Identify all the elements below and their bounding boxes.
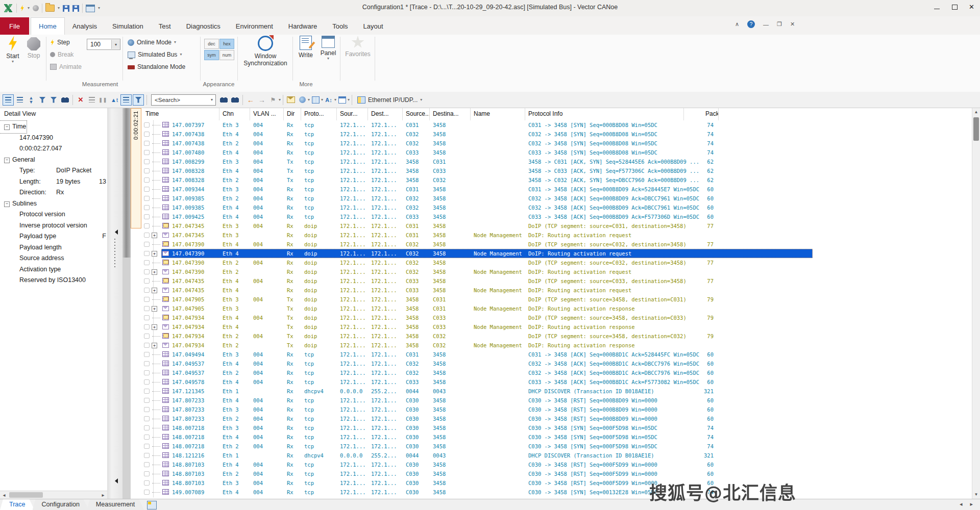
- freeze-icon[interactable]: [87, 95, 97, 105]
- export-icon[interactable]: [286, 95, 296, 105]
- trace-row[interactable]: 147.009385Eth 4004Rxtcp172.1...172.1...C…: [141, 203, 972, 212]
- trace-row[interactable]: 148.807103Eth 4004Rxtcp172.1...172.1...C…: [141, 460, 972, 469]
- status-tab-measurement[interactable]: Measurement: [87, 499, 144, 510]
- trace-row[interactable]: 147.049537Eth 4004Rxtcp172.1...172.1...C…: [141, 359, 972, 368]
- window-export-icon[interactable]: [86, 5, 95, 12]
- trace-row[interactable]: 148.121216Eth 1Rxdhcpv40.0.0.0255.2...00…: [141, 451, 972, 460]
- trace-row[interactable]: +147.047905Eth 3Txdoip172.1...172.1...34…: [141, 304, 972, 313]
- tab-test[interactable]: Test: [151, 17, 179, 35]
- chevron-down-icon[interactable]: ▾: [28, 6, 30, 10]
- scrollbar-thumb[interactable]: [9, 492, 43, 498]
- column-header-source-port[interactable]: Source...: [403, 108, 430, 120]
- save-icon[interactable]: [63, 5, 69, 12]
- trace-row[interactable]: 148.007218Eth 2004Rxtcp172.1...172.1...C…: [141, 442, 972, 451]
- expand-icon[interactable]: +: [152, 288, 157, 293]
- close-icon[interactable]: ✕: [969, 4, 975, 10]
- chevron-down-icon[interactable]: ▾: [321, 98, 323, 102]
- tab-file[interactable]: File: [0, 17, 29, 35]
- window-synchronization-button[interactable]: Window Synchronization: [240, 36, 291, 67]
- tab-layout[interactable]: Layout: [356, 17, 391, 35]
- trace-row[interactable]: +147.047390Eth 2Rxdoip172.1...172.1...C0…: [141, 267, 972, 276]
- collapse-node-icon[interactable]: −: [4, 158, 10, 163]
- next-marker-icon[interactable]: →: [257, 95, 267, 105]
- trace-row[interactable]: 147.009385Eth 2004Rxtcp172.1...172.1...C…: [141, 194, 972, 203]
- trace-row[interactable]: +147.047934Eth 2Txdoip172.1...172.1...34…: [141, 341, 972, 350]
- trace-overview-bar[interactable]: [122, 108, 131, 499]
- collapse-panel-icon[interactable]: [112, 478, 118, 483]
- desktop-icon[interactable]: [147, 501, 157, 509]
- clear-trace-icon[interactable]: ✕: [76, 95, 86, 105]
- quick-start-icon[interactable]: [20, 5, 24, 11]
- trace-row[interactable]: 147.047390Eth 4004Rxdoip172.1...172.1...…: [141, 240, 972, 249]
- autoscroll-icon[interactable]: [120, 94, 132, 106]
- trace-continuous-mode-icon[interactable]: [15, 95, 25, 105]
- tab-hardware[interactable]: Hardware: [281, 17, 325, 35]
- trace-row[interactable]: 147.807233Eth 2004Rxtcp172.1...172.1...C…: [141, 414, 972, 423]
- expand-icon[interactable]: +: [152, 306, 157, 312]
- overview-thumb[interactable]: [122, 108, 131, 258]
- trace-row[interactable]: 147.007438Eth 2004Rxtcp172.1...172.1...C…: [141, 139, 972, 148]
- sym-button[interactable]: sym: [204, 50, 219, 60]
- hex-button[interactable]: hex: [219, 39, 234, 49]
- collapse-ribbon-icon[interactable]: ∧: [735, 21, 739, 28]
- expand-icon[interactable]: +: [152, 269, 157, 275]
- column-header-protocol-info[interactable]: Protocol Info: [525, 108, 684, 120]
- chevron-down-icon[interactable]: ▾: [334, 98, 336, 102]
- tab-tools[interactable]: Tools: [325, 17, 355, 35]
- trace-fixed-mode-icon[interactable]: [3, 94, 14, 106]
- num-button[interactable]: num: [219, 50, 234, 60]
- find-icon[interactable]: [60, 95, 70, 105]
- expand-icon[interactable]: +: [152, 233, 157, 238]
- scroll-up-icon[interactable]: ▲: [972, 108, 980, 116]
- trace-row[interactable]: 147.047905Eth 3004Txdoip172.1...172.1...…: [141, 295, 972, 304]
- trace-row[interactable]: 147.049494Eth 3004Rxtcp172.1...172.1...C…: [141, 350, 972, 359]
- expand-rows-icon[interactable]: ▲▼: [26, 95, 36, 105]
- status-tab-configuration[interactable]: Configuration: [33, 499, 89, 510]
- expand-icon[interactable]: +: [152, 343, 157, 348]
- trace-row[interactable]: 147.047435Eth 4004Rxdoip172.1...172.1...…: [141, 276, 972, 286]
- tab-diagnostics[interactable]: Diagnostics: [179, 17, 228, 35]
- scroll-left-icon[interactable]: ◂: [0, 492, 8, 499]
- animate-button[interactable]: Animate: [50, 62, 82, 71]
- open-icon[interactable]: [45, 5, 55, 12]
- panel-splitter[interactable]: [107, 108, 122, 499]
- trace-row[interactable]: 147.121345Eth 1Rxdhcpv40.0.0.0255.2...00…: [141, 387, 972, 396]
- scroll-down-icon[interactable]: ▼: [972, 491, 980, 499]
- dec-button[interactable]: dec: [204, 39, 219, 49]
- help-icon[interactable]: ?: [747, 20, 755, 28]
- trace-row[interactable]: 147.007397Eth 3004Rxtcp172.1...172.1...C…: [141, 120, 972, 130]
- collapse-node-icon[interactable]: −: [4, 124, 10, 130]
- tab-analysis[interactable]: Analysis: [65, 17, 105, 35]
- mdi-close-icon[interactable]: ✕: [790, 21, 795, 28]
- trace-row[interactable]: 147.047345Eth 3004Rxdoip172.1...172.1...…: [141, 221, 972, 231]
- filter-icon[interactable]: [37, 95, 47, 105]
- chevron-down-icon[interactable]: ▾: [308, 98, 310, 102]
- column-header-packet-len[interactable]: Packet Len...: [684, 108, 719, 120]
- trace-row[interactable]: 147.009344Eth 3004Rxtcp172.1...172.1...C…: [141, 185, 972, 194]
- trace-row[interactable]: 147.008299Eth 3004Txtcp172.1...172.1...3…: [141, 157, 972, 166]
- minimize-icon[interactable]: [934, 4, 940, 10]
- search-forward-icon[interactable]: [230, 95, 240, 105]
- column-header-dest-ip[interactable]: Dest...: [368, 108, 403, 120]
- break-button[interactable]: Break: [50, 50, 74, 59]
- chevron-down-icon[interactable]: ▾: [348, 98, 350, 102]
- sort-time-icon[interactable]: ▲t: [109, 95, 119, 105]
- trace-row[interactable]: 148.007218Eth 3004Rxtcp172.1...172.1...C…: [141, 423, 972, 432]
- trace-row[interactable]: 147.008328Eth 4004Txtcp172.1...172.1...3…: [141, 166, 972, 175]
- column-header-vlan[interactable]: VLAN ...: [250, 108, 284, 120]
- trace-row[interactable]: +147.047435Eth 4Rxdoip172.1...172.1...C0…: [141, 286, 972, 295]
- trace-row[interactable]: 147.009425Eth 4004Rxtcp172.1...172.1...C…: [141, 212, 972, 221]
- mdi-minimize-icon[interactable]: —: [763, 21, 769, 28]
- tab-scroll-icons[interactable]: ◂ ▸: [960, 501, 976, 507]
- column-header-dest-port[interactable]: Destina...: [430, 108, 471, 120]
- filter-setup-icon[interactable]: [48, 95, 59, 105]
- detail-horizontal-scrollbar[interactable]: ◂ ▸: [0, 491, 107, 499]
- tab-home[interactable]: Home: [31, 17, 65, 35]
- trace-row[interactable]: +147.047390Eth 4Rxdoip172.1...172.1...C0…: [141, 249, 972, 258]
- status-tab-trace[interactable]: Trace: [0, 499, 35, 510]
- step-button[interactable]: Step: [50, 38, 70, 47]
- stop-button[interactable]: Stop: [24, 36, 43, 59]
- trace-row[interactable]: 147.007438Eth 4004Rxtcp172.1...172.1...C…: [141, 130, 972, 139]
- column-header-source-ip[interactable]: Sour...: [337, 108, 368, 120]
- ethernet-filter-button[interactable]: Ethernet IP/UDP... ▾: [357, 96, 422, 104]
